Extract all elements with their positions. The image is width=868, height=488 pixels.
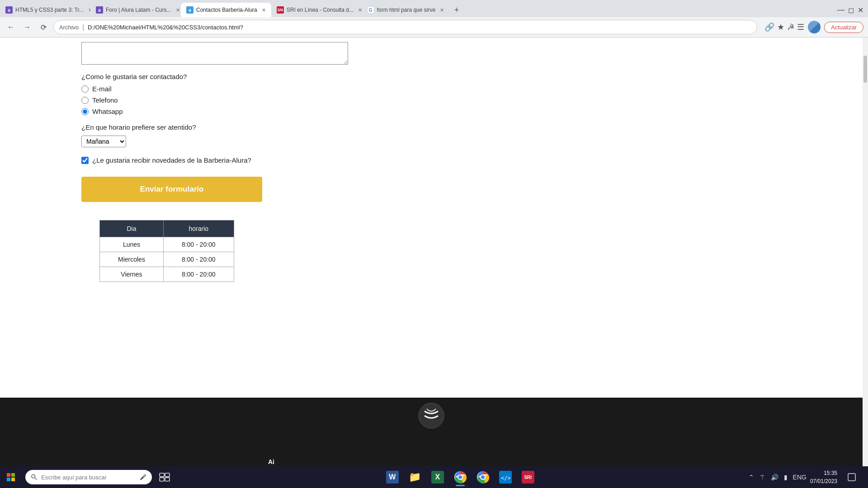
browser-content: ¿Como le gustaria ser contactado? E-mail… (0, 38, 868, 488)
taskbar-explorer-app[interactable]: 📁 (405, 467, 425, 487)
address-url: D:/ONE%20Michael/HTML%20&%20CSS3/contact… (88, 24, 243, 31)
taskbar-clock[interactable]: 15:35 07/01/2023 (810, 469, 841, 485)
svg-rect-9 (160, 478, 164, 481)
battery-icon[interactable]: ▮ (782, 472, 789, 483)
address-protocol: Archivo (59, 24, 79, 31)
tab-google[interactable]: G form html para que sirve ✕ (362, 3, 449, 17)
radio-email[interactable] (81, 85, 89, 93)
taskbar-sri-app[interactable]: SRI (518, 467, 538, 487)
taskbar-chrome-app2[interactable] (473, 467, 493, 487)
clock-date: 07/01/2023 (810, 477, 837, 485)
close-window-icon[interactable]: ✕ (858, 6, 863, 14)
start-button[interactable] (0, 466, 22, 488)
svg-text:</>: </> (501, 475, 511, 481)
scrollbar[interactable] (863, 38, 868, 488)
schedule-table: Dia horario Lunes 8:00 - 20:00 Miercoles… (99, 220, 234, 282)
tab-contactos[interactable]: a Contactos Barberia-Alura ✕ (181, 3, 271, 17)
notification-button[interactable] (843, 468, 861, 486)
tray-expand-icon[interactable]: ⌃ (747, 472, 756, 483)
message-textarea[interactable] (81, 42, 348, 65)
forward-button[interactable]: → (21, 21, 33, 33)
profile-avatar[interactable] (808, 21, 821, 33)
newsletter-checkbox-row[interactable]: ¿Le gustaria recibir novedades de la Bar… (81, 156, 781, 164)
back-button[interactable]: ← (5, 21, 17, 33)
address-separator: | (82, 23, 84, 31)
tab4-close[interactable]: ✕ (358, 7, 362, 13)
update-button[interactable]: Actualizar (824, 22, 863, 33)
reload-button[interactable]: ⟳ (37, 21, 50, 33)
tab-html5[interactable]: a HTML5 y CSS3 parte 3: Tr... ✕ (0, 3, 90, 17)
radio-email-label: E-mail (92, 85, 112, 93)
contact-question-label: ¿Como le gustaria ser contactado? (81, 73, 781, 80)
tab2-label: Foro | Alura Latam - Curs... (106, 7, 171, 13)
taskbar: 🎤 W 📁 X (0, 466, 868, 488)
radio-whatsapp[interactable] (81, 108, 89, 115)
tab3-label: Contactos Barberia-Alura (196, 7, 257, 13)
submit-button[interactable]: Enviar formulario (81, 177, 262, 202)
profile-menu-icon[interactable]: ☰ (797, 22, 804, 32)
schedule-select[interactable]: Mañana Tarde Noche (81, 136, 126, 147)
taskbar-apps: W 📁 X (174, 467, 747, 487)
explorer-icon: 📁 (409, 471, 421, 483)
taskbar-search-input[interactable] (41, 474, 136, 481)
taskbar-excel-app[interactable]: X (428, 467, 448, 487)
radio-whatsapp-item[interactable]: Whatsapp (81, 108, 781, 115)
tab4-label: SRI en Línea - Consulta d... (287, 7, 354, 13)
bookmark-icon[interactable]: ★ (777, 22, 784, 32)
svg-line-6 (35, 478, 37, 479)
table-header-dia: Dia (100, 221, 164, 237)
svg-rect-7 (160, 473, 164, 477)
restore-icon[interactable]: ◻ (848, 6, 854, 14)
row2-day: Miercoles (100, 252, 164, 267)
window-controls: — ◻ ✕ (837, 3, 868, 17)
footer-logo (418, 402, 445, 429)
schedule-select-wrap: Mañana Tarde Noche (81, 136, 781, 147)
page-content: ¿Como le gustaria ser contactado? E-mail… (0, 38, 863, 488)
task-view-button[interactable] (156, 468, 174, 486)
tab-foro[interactable]: a Foro | Alura Latam - Curs... ✕ (90, 3, 181, 17)
svg-rect-2 (11, 473, 15, 477)
share-icon[interactable]: 🔗 (764, 22, 774, 32)
scrollbar-thumb[interactable] (863, 56, 867, 83)
word-icon: W (386, 471, 399, 483)
taskbar-word-app[interactable]: W (382, 467, 402, 487)
svg-rect-8 (165, 473, 170, 477)
tab-sri[interactable]: SN SRI en Línea - Consulta d... ✕ (271, 3, 362, 17)
ai-label: Ai (268, 458, 274, 465)
table-header-horario: horario (163, 221, 234, 237)
tab1-favicon: a (5, 6, 13, 14)
tab3-close[interactable]: ✕ (262, 7, 266, 13)
volume-icon[interactable]: 🔊 (769, 472, 780, 483)
address-input-wrap[interactable]: Archivo | D:/ONE%20Michael/HTML%20&%20CS… (53, 20, 757, 34)
svg-point-5 (32, 474, 35, 478)
tab2-close[interactable]: ✕ (176, 7, 180, 13)
sri-icon: SRI (522, 471, 534, 483)
minimize-icon[interactable]: — (837, 6, 844, 14)
taskbar-search-bar[interactable]: 🎤 (25, 470, 152, 484)
table-row: Miercoles 8:00 - 20:00 (100, 252, 234, 267)
row1-day: Lunes (100, 237, 164, 252)
language-indicator[interactable]: ENG (791, 472, 808, 483)
radio-email-item[interactable]: E-mail (81, 85, 781, 93)
svg-rect-1 (7, 473, 10, 477)
tab3-favicon: a (186, 6, 193, 14)
address-bar: ← → ⟳ Archivo | D:/ONE%20Michael/HTML%20… (0, 17, 868, 37)
row3-day: Viernes (100, 267, 164, 282)
radio-telefono-item[interactable]: Telefono (81, 96, 781, 104)
taskbar-vscode-app[interactable]: </> (495, 467, 515, 487)
taskbar-search-icon (31, 474, 38, 481)
address-actions: 🔗 ★ ☭ ☰ (764, 22, 804, 32)
tab5-close[interactable]: ✕ (440, 7, 444, 13)
extensions-icon[interactable]: ☭ (787, 22, 794, 32)
row1-hours: 8:00 - 20:00 (163, 237, 234, 252)
taskbar-chrome-app1[interactable] (450, 467, 470, 487)
newsletter-checkbox[interactable] (81, 157, 89, 164)
task-view-icon (159, 472, 170, 483)
table-row: Viernes 8:00 - 20:00 (100, 267, 234, 282)
clock-time: 15:35 (810, 469, 837, 477)
new-tab-button[interactable]: + (449, 3, 464, 17)
row2-hours: 8:00 - 20:00 (163, 252, 234, 267)
browser-chrome: a HTML5 y CSS3 parte 3: Tr... ✕ a Foro |… (0, 0, 868, 38)
radio-telefono[interactable] (81, 97, 89, 104)
network-icon[interactable]: ⚚ (758, 472, 767, 483)
